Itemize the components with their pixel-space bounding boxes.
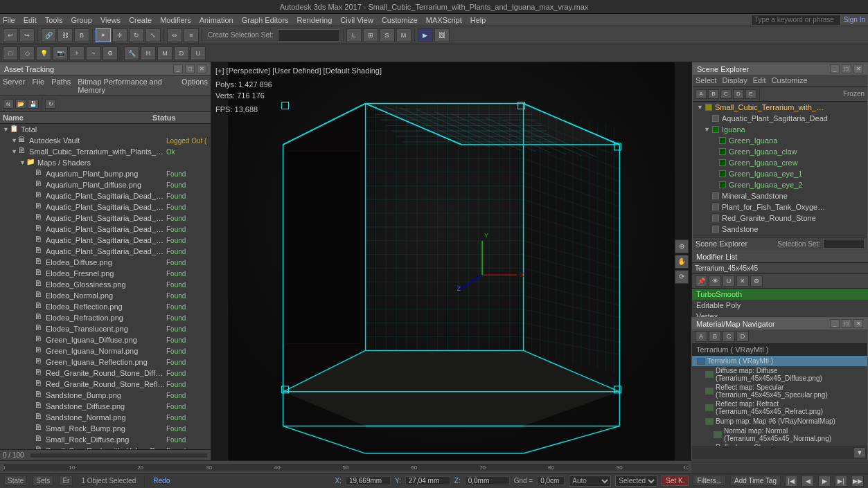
helper-btn[interactable]: + — [69, 46, 85, 60]
scale-button[interactable]: ⤡ — [145, 28, 161, 42]
er-btn[interactable]: Er — [59, 476, 73, 486]
asset-menu-bitmap[interactable]: Bitmap Performance and Memory — [78, 78, 175, 94]
select-button[interactable]: ✦ — [96, 28, 111, 42]
scene-tree-item[interactable]: Plant_for_Fish_Tank_Oxygenation_Elodea — [693, 201, 867, 213]
x-coord-input[interactable] — [346, 476, 391, 485]
menu-create[interactable]: Create — [129, 16, 152, 24]
motion-btn[interactable]: M — [157, 46, 172, 60]
modify-btn[interactable]: 🔧 — [124, 46, 139, 60]
asset-tree-item[interactable]: ▼ 🖹 Small_Cubic_Terrarium_with_Plants_an… — [0, 146, 211, 157]
mat-tb-2[interactable]: B — [709, 331, 721, 342]
z-coord-input[interactable] — [465, 476, 510, 485]
scene-tree-item[interactable]: Aquatic_Plant_Sagittaria_Dead — [693, 113, 867, 124]
system-btn[interactable]: ⚙ — [103, 46, 118, 60]
expand-icon[interactable]: ▼ — [19, 159, 26, 166]
asset-tree-item[interactable]: ▼ 🏛 Autodesk Vault Logged Out ( — [0, 135, 211, 146]
asset-tree-item[interactable]: 🖹 Elodea_Diffuse.png Found — [0, 257, 211, 268]
mod-unique-btn[interactable]: U — [723, 275, 735, 287]
mat-tree-item[interactable]: Reflect map: Specular (Terrarium_45x45x4… — [692, 383, 867, 399]
expand-icon[interactable]: ▼ — [11, 148, 18, 155]
modifier-list-item[interactable]: TurboSmooth — [692, 289, 868, 300]
utilities-btn[interactable]: U — [191, 46, 206, 60]
asset-minimize-btn[interactable]: _ — [173, 64, 183, 73]
snap-button[interactable]: S — [380, 28, 395, 42]
scene-tb-1[interactable]: A — [696, 89, 707, 99]
viewport-area[interactable]: [+] [Perspective] [User Defined] [Defaul… — [211, 62, 691, 460]
asset-tree-item[interactable]: 🖹 Red_Granite_Round_Stone_Reflection.png… — [0, 379, 211, 390]
scene-tree-item[interactable]: Mineral_Sandstone — [693, 190, 867, 201]
scene-tree-item[interactable]: Green_Iguana_crew — [693, 157, 867, 168]
asset-tree-item[interactable]: 🖹 Elodea_Glossiness.png Found — [0, 279, 211, 290]
asset-tree-item[interactable]: 🖹 Aquatic_Plant_Sagittaria_Dead_Normal.p… — [0, 224, 211, 235]
menu-help[interactable]: Help — [470, 16, 486, 24]
asset-tree-item[interactable]: 🖹 Elodea_Reflection.png Found — [0, 301, 211, 312]
scene-tb-4[interactable]: D — [733, 89, 744, 99]
asset-menu-paths[interactable]: Paths — [51, 78, 71, 94]
menu-modifiers[interactable]: Modifiers — [160, 16, 191, 24]
link-button[interactable]: 🔗 — [41, 28, 56, 42]
scene-tree-item[interactable]: Green_Iguana_eye_2 — [693, 179, 867, 190]
scene-minimize-btn[interactable]: _ — [830, 64, 840, 73]
undo-label[interactable]: Redo — [153, 477, 170, 485]
asset-tree[interactable]: ▼ 📋 Total ▼ 🏛 Autodesk Vault Logged Out … — [0, 124, 211, 449]
asset-refresh-btn[interactable]: ↻ — [45, 99, 56, 109]
mat-tree-item[interactable]: Reflect map: Refract (Terrarium_45x45x45… — [692, 399, 867, 416]
asset-tree-item[interactable]: 🖹 Elodea_Refraction.png Found — [0, 312, 211, 323]
menu-animation[interactable]: Animation — [200, 16, 233, 24]
selection-set-footer-input[interactable] — [823, 239, 865, 248]
mat-close-btn[interactable]: ✕ — [853, 319, 863, 328]
scene-tree-item[interactable]: Green_Iguana — [693, 135, 867, 146]
viewport-pan-btn[interactable]: ✋ — [675, 255, 689, 269]
menu-edit[interactable]: Edit — [24, 16, 37, 24]
render-frame-button[interactable]: 🖼 — [434, 28, 450, 42]
scene-tree-item[interactable]: Green_Iguana_eye_1 — [693, 168, 867, 179]
mat-tb-4[interactable]: D — [736, 331, 749, 342]
mode-select[interactable]: Auto Selected — [569, 476, 611, 487]
scene-menu-customize[interactable]: Customize — [772, 76, 808, 84]
selection-select[interactable]: Selected — [615, 476, 657, 487]
menu-tools[interactable]: Tools — [45, 16, 63, 24]
spacewarp-btn[interactable]: ~ — [86, 46, 101, 60]
unlink-button[interactable]: ⛓ — [57, 28, 73, 42]
asset-tree-item[interactable]: 🖹 Green_Iguana_Normal.png Found — [0, 345, 211, 356]
mat-tree-item[interactable]: Diffuse map: Diffuse (Terrarium_45x45x45… — [692, 366, 867, 383]
asset-tree-item[interactable]: 🖹 Sandstone_Diffuse.png Found — [0, 401, 211, 412]
scene-tb-2[interactable]: B — [708, 89, 719, 99]
asset-close-btn[interactable]: ✕ — [197, 64, 206, 73]
viewport-rotate-btn[interactable]: ⟳ — [675, 270, 689, 284]
magnet-button[interactable]: M — [396, 28, 411, 42]
add-time-tag-btn[interactable]: Add Time Tag — [730, 476, 781, 486]
scene-tree-item[interactable]: Red_Granite_Round_Stone — [693, 213, 867, 224]
scene-expand-icon[interactable]: ▼ — [704, 126, 711, 133]
hierarchy-btn[interactable]: H — [141, 46, 156, 60]
scene-menu-display[interactable]: Display — [723, 76, 747, 84]
asset-maximize-btn[interactable]: □ — [185, 64, 195, 73]
asset-tree-item[interactable]: 🖹 Aquatic_Plant_Sagittaria_Dead_Glossine… — [0, 213, 211, 224]
sets-btn[interactable]: Sets — [33, 476, 53, 486]
viewport-zoom-btn[interactable]: ⊕ — [675, 240, 689, 253]
mod-show-btn[interactable]: 👁 — [709, 275, 721, 287]
asset-tree-item[interactable]: 🖹 Elodea_Translucent.png Found — [0, 323, 211, 334]
mat-tree-item[interactable]: Terrarium ( VRayMtl ) — [692, 356, 867, 366]
scene-tree-item[interactable]: ▼ Iguana — [693, 124, 867, 135]
modifier-list-item[interactable]: Editable Poly — [692, 300, 868, 311]
menu-civil-view[interactable]: Civil View — [340, 16, 373, 24]
asset-tree-item[interactable]: 🖹 Small_Rock_Diffuse.png Found — [0, 434, 211, 445]
menu-maxscript[interactable]: MAXScript — [426, 16, 462, 24]
asset-tree-item[interactable]: 🖹 Aquatic_Plant_Sagittaria_Dead_Fresnel.… — [0, 201, 211, 213]
asset-tree-item[interactable]: ▼ 📋 Total — [0, 124, 211, 135]
redo-button[interactable]: ↪ — [19, 28, 35, 42]
asset-open-btn[interactable]: 📂 — [15, 99, 26, 109]
scene-close-btn[interactable]: ✕ — [853, 64, 863, 73]
rotate-button[interactable]: ↻ — [129, 28, 144, 42]
menu-group[interactable]: Group — [71, 16, 92, 24]
display-btn[interactable]: D — [174, 46, 189, 60]
asset-tree-item[interactable]: 🖹 Aquarium_Plant_diffuse.png Found — [0, 179, 211, 190]
asset-save-btn[interactable]: 💾 — [28, 99, 39, 109]
mat-tree-item[interactable]: Refl. gloss.: Glossiness (Terrarium_45x4… — [692, 443, 867, 446]
asset-tree-item[interactable]: 🖹 Aquarium_Plant_bump.png Found — [0, 168, 211, 179]
state-btn[interactable]: State — [4, 476, 27, 486]
asset-tree-item[interactable]: ▼ 📁 Maps / Shaders — [0, 157, 211, 168]
scene-tree[interactable]: ▼ Small_Cubic_Terrarium_with_Plants_and_… — [693, 102, 867, 237]
mirror-button[interactable]: ⇔ — [167, 28, 182, 42]
